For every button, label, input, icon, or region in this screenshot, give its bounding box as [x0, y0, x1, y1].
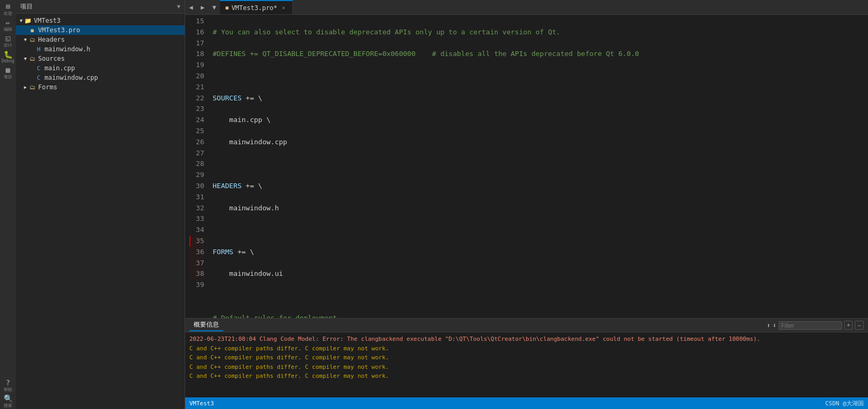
tree-label-forms: Forms [38, 83, 57, 91]
line-num-27: 27 [189, 148, 204, 159]
tree-label-headers: Headers [38, 36, 65, 43]
line-num-30: 30 [189, 181, 204, 192]
debug-icon: 🐛 [4, 51, 13, 58]
code-token: += \ [242, 182, 262, 190]
bottom-tools: ⬆ ⬇ + – [766, 321, 864, 330]
line-num-22: 22 [189, 93, 204, 104]
filter-input[interactable] [779, 321, 842, 330]
locator-icon: 🔍 [4, 395, 13, 402]
sidebar-icon-help[interactable]: ? 帮助 [1, 378, 15, 393]
line-num-36: 36 [189, 247, 204, 258]
sources-folder-icon: 🗂 [29, 55, 36, 62]
code-token: main.cpp \ [213, 116, 271, 124]
tree-label-mainwindow-cpp: mainwindow.cpp [44, 74, 98, 81]
line-num-32: 32 [189, 203, 204, 214]
add-filter-btn[interactable]: + [844, 321, 853, 330]
tree-item-root[interactable]: ▼ 📁 VMTest3 [16, 16, 185, 25]
line-num-39: 39 [189, 280, 204, 291]
code-line-18: SOURCES += \ [213, 93, 868, 104]
sidebar-icon-project[interactable]: ▦ 项目 [1, 66, 15, 80]
code-line-15: # You can also select to disable depreca… [213, 27, 868, 38]
code-token: SOURCES [213, 94, 242, 102]
sidebar-icons: ⊞ 欢迎 ✏ 编辑 ◱ 设计 🐛 Debug ▦ 项目 ? 帮助 🔍 搜索 [0, 0, 16, 409]
code-line-20: mainwindow.cpp [213, 137, 868, 148]
line-num-38: 38 [189, 268, 204, 280]
code-line-17 [213, 71, 868, 82]
line-num-24: 24 [189, 115, 204, 126]
tree-label-pro: VMTest3.pro [38, 26, 80, 34]
code-token: mainwindow.h [213, 204, 279, 212]
bottom-tabs: 概要信息 ⬆ ⬇ + – [185, 319, 868, 332]
bottom-tool-down[interactable]: ⬇ [773, 322, 776, 329]
tree-item-sources[interactable]: ▼ 🗂 Sources [16, 54, 185, 63]
code-line-23: mainwindow.h [213, 203, 868, 214]
forms-folder-icon: 🗂 [29, 83, 36, 91]
code-editor: 15 16 17 18 19 20 21 22 23 24 25 26 27 2… [185, 15, 868, 318]
code-line-22: HEADERS += \ [213, 181, 868, 192]
line-num-26: 26 [189, 137, 204, 148]
project-icon: ▦ [6, 66, 10, 73]
status-bar: VMTest3 CSDN @大湖国 [185, 397, 868, 409]
bottom-tool-up[interactable]: ⬆ [766, 322, 770, 329]
sidebar-icon-design[interactable]: ◱ 设计 [1, 34, 15, 49]
cpp-file-icon-mw: C [35, 74, 42, 81]
line-num-15: 15 [189, 16, 204, 27]
remove-filter-btn[interactable]: – [855, 321, 864, 330]
bottom-message-1: C and C++ compiler paths differ. C compi… [189, 344, 864, 354]
sidebar-icon-welcome[interactable]: ⊞ 欢迎 [1, 2, 15, 17]
bottom-message-0: 2022-06-23T21:08:04 Clang Code Model: Er… [189, 334, 864, 344]
tree-item-main-cpp[interactable]: ▶ C main.cpp [16, 63, 185, 73]
code-line-19: main.cpp \ [213, 115, 868, 126]
line-num-21: 21 [189, 82, 204, 93]
code-token: #DEFINES += QT_DISABLE_DEPRECATED_BEFORE… [213, 50, 639, 58]
edit-icon: ✏ [6, 18, 10, 26]
tree-item-mainwindow-h[interactable]: ▶ H mainwindow.h [16, 44, 185, 54]
tree-item-headers[interactable]: ▼ 🗂 Headers [16, 35, 185, 44]
code-line-25: FORMS += \ [213, 247, 868, 258]
code-line-26: mainwindow.ui [213, 268, 868, 280]
code-token: # You can also select to disable depreca… [213, 28, 560, 36]
line-num-37: 37 [189, 258, 204, 269]
project-root-icon: 📁 [24, 17, 32, 24]
tab-bar: ◀ ▶ ▼ ◼ VMTest3.pro* ✕ [185, 0, 868, 15]
line-num-18: 18 [189, 49, 204, 60]
project-panel-header: 项目 ▼ [16, 0, 185, 14]
code-token: += \ [233, 248, 254, 256]
tree-arrow-sources: ▼ [22, 55, 29, 62]
sidebar-icon-locator[interactable]: 🔍 搜索 [1, 394, 15, 409]
code-line-16: #DEFINES += QT_DISABLE_DEPRECATED_BEFORE… [213, 49, 868, 60]
tree-label-root: VMTest3 [34, 17, 61, 24]
tab-nav-prev[interactable]: ◀ [185, 0, 197, 14]
welcome-icon: ⊞ [6, 3, 10, 10]
bottom-panel: 概要信息 ⬆ ⬇ + – 2022-06-23T21:08:04 Clang C… [185, 318, 868, 397]
tab-nav-next[interactable]: ▶ [197, 0, 208, 14]
line-num-33: 33 [189, 213, 204, 225]
h-file-icon: H [35, 45, 42, 53]
tab-vmtest3-pro[interactable]: ◼ VMTest3.pro* ✕ [220, 0, 293, 14]
sidebar-icon-debug[interactable]: 🐛 Debug [1, 50, 15, 64]
code-token: FORMS [213, 248, 233, 256]
help-icon: ? [6, 379, 10, 386]
watermark: CSDN @大湖国 [825, 399, 864, 407]
tab-file-icon: ◼ [225, 4, 229, 11]
bottom-content: 2022-06-23T21:08:04 Clang Code Model: Er… [185, 332, 868, 397]
tab-nav-menu[interactable]: ▼ [208, 0, 220, 14]
project-tree: ▼ 📁 VMTest3 ▶ ◼ VMTest3.pro ▼ 🗂 Headers … [16, 14, 185, 409]
line-numbers: 15 16 17 18 19 20 21 22 23 24 25 26 27 2… [185, 15, 208, 318]
line-num-25: 25 [189, 126, 204, 137]
bottom-tab-summary[interactable]: 概要信息 [189, 319, 223, 331]
line-num-35: 35 [189, 236, 204, 247]
tree-label-sources: Sources [38, 55, 65, 62]
project-panel: 项目 ▼ ▼ 📁 VMTest3 ▶ ◼ VMTest3.pro ▼ 🗂 Hea… [16, 0, 185, 409]
tab-close-btn[interactable]: ✕ [280, 4, 287, 12]
tree-item-mainwindow-cpp[interactable]: ▶ C mainwindow.cpp [16, 73, 185, 82]
project-header-label: 项目 [20, 2, 33, 11]
line-num-16: 16 [189, 27, 204, 38]
tree-item-forms[interactable]: ▶ 🗂 Forms [16, 82, 185, 92]
tree-item-pro[interactable]: ▶ ◼ VMTest3.pro [16, 25, 185, 35]
sidebar-icon-edit[interactable]: ✏ 编辑 [1, 18, 15, 33]
code-area[interactable]: 15 16 17 18 19 20 21 22 23 24 25 26 27 2… [185, 15, 868, 318]
code-token: HEADERS [213, 182, 242, 190]
line-num-17: 17 [189, 38, 204, 49]
code-content[interactable]: # You can also select to disable depreca… [208, 15, 868, 318]
